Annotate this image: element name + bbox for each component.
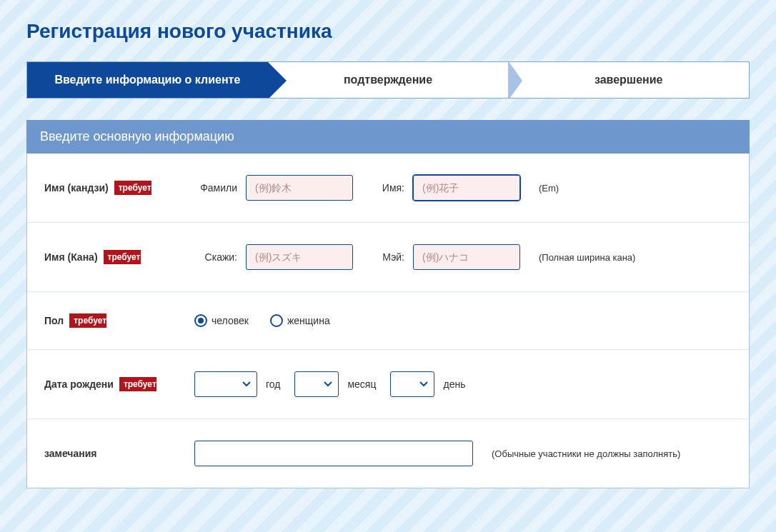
- required-badge: требует: [114, 181, 151, 195]
- basic-info-fieldset: Имя (кандзи) требует Фамили Имя: (Em) Им…: [26, 154, 750, 488]
- row-name-kana: Имя (Кана) требует Скажи: Мэй: (Полная ш…: [27, 223, 749, 292]
- birth-month-select[interactable]: [294, 371, 339, 397]
- required-badge: требует: [119, 377, 156, 391]
- gender-male-radio[interactable]: человек: [194, 314, 249, 327]
- given-name-label: Имя:: [362, 182, 404, 194]
- step-label: подтверждение: [344, 74, 432, 86]
- step-separator: [508, 61, 522, 99]
- year-unit: год: [266, 378, 280, 390]
- birthdate-label: Дата рождени: [44, 378, 114, 390]
- required-badge: требует: [104, 250, 141, 264]
- step-label: завершение: [595, 74, 663, 86]
- row-birthdate: Дата рождени требует год месяц день: [27, 350, 749, 419]
- family-name-label: Фамили: [194, 182, 237, 194]
- step-confirm: подтверждение: [268, 62, 509, 98]
- row-gender: Пол требует человек женщина: [27, 292, 749, 350]
- remarks-input[interactable]: [194, 441, 473, 466]
- name-kana-hint: (Полная ширина кана): [539, 252, 635, 263]
- step-client-info: Введите информацию о клиенте: [27, 62, 268, 98]
- stepper: Введите информацию о клиенте подтвержден…: [26, 61, 750, 99]
- required-badge: требует: [69, 313, 106, 328]
- family-name-kana-label: Скажи:: [194, 251, 237, 263]
- given-name-kana-input[interactable]: [413, 244, 520, 270]
- month-unit: месяц: [347, 378, 376, 390]
- gender-female-radio[interactable]: женщина: [270, 314, 330, 327]
- family-name-kana-input[interactable]: [246, 244, 353, 270]
- row-name-kanji: Имя (кандзи) требует Фамили Имя: (Em): [27, 154, 749, 223]
- page-title: Регистрация нового участника: [26, 14, 750, 49]
- birth-year-select[interactable]: [194, 371, 257, 397]
- name-kanji-label: Имя (кандзи): [44, 182, 109, 194]
- step-label: Введите информацию о клиенте: [54, 74, 240, 86]
- family-name-kanji-input[interactable]: [246, 175, 353, 201]
- name-kana-label: Имя (Кана): [44, 251, 98, 263]
- radio-icon: [194, 314, 207, 327]
- name-kanji-hint: (Em): [539, 183, 559, 194]
- gender-label: Пол: [44, 315, 64, 326]
- remarks-hint: (Обычные участники не должны заполнять): [492, 448, 680, 459]
- section-header: Введите основную информацию: [26, 120, 750, 154]
- given-name-kana-label: Мэй:: [362, 251, 404, 263]
- step-complete: завершение: [508, 62, 749, 98]
- gender-male-label: человек: [212, 315, 249, 326]
- row-remarks: замечания (Обычные участники не должны з…: [27, 419, 749, 488]
- given-name-kanji-input[interactable]: [413, 175, 520, 201]
- remarks-label: замечания: [44, 448, 97, 459]
- birth-day-select[interactable]: [390, 371, 434, 397]
- gender-female-label: женщина: [287, 315, 330, 326]
- radio-icon: [270, 314, 283, 327]
- day-unit: день: [443, 378, 465, 390]
